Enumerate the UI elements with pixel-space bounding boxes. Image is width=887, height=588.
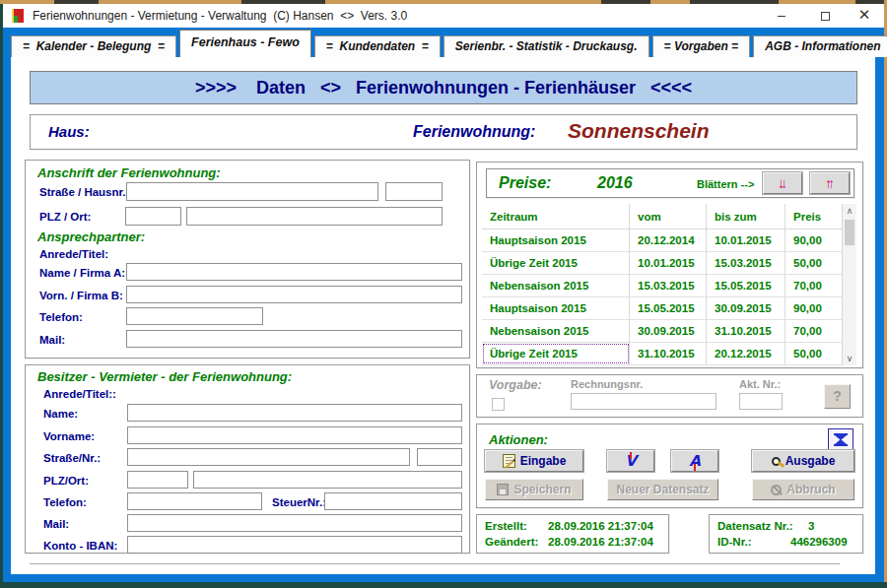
mail-input[interactable]: [126, 330, 462, 348]
arrow-up-icon: A: [689, 454, 701, 469]
app-icon: [12, 9, 24, 23]
besitzer-plz-ort-label: PLZ/Ort:: [43, 475, 89, 487]
ansprechpartner-title: Ansprechpartner:: [37, 229, 145, 244]
maximize-icon: [821, 12, 830, 21]
blaettern-up-button[interactable]: ↑↑: [810, 172, 850, 194]
scrollbar-thumb[interactable]: [845, 220, 854, 245]
main-content: >>>> Daten <> Ferienwohnungen - Ferienhä…: [11, 57, 875, 574]
price-cell[interactable]: Hauptsaison 2015: [482, 297, 630, 319]
besitzer-vorname-input[interactable]: [127, 426, 462, 444]
maximize-button[interactable]: [809, 4, 841, 28]
tab-kalender-belegung[interactable]: = Kalender - Belegung =: [11, 35, 176, 57]
window-frame: = Kalender - Belegung = Ferienhaus - Few…: [3, 28, 884, 582]
besitzer-telefon-input[interactable]: [127, 492, 262, 510]
price-cell[interactable]: 30.09.2015: [707, 297, 785, 319]
telefon-input[interactable]: [126, 307, 263, 325]
scrollbar-down-icon[interactable]: ∨: [843, 354, 856, 363]
eingabe-button[interactable]: Eingabe: [485, 450, 583, 472]
akt-nr-input[interactable]: [739, 393, 783, 410]
aktionen-panel: Aktionen: Eingabe V A Ausgabe: [476, 424, 863, 508]
besitzer-nr-input[interactable]: [417, 448, 462, 466]
abbruch-button[interactable]: Abbruch: [752, 479, 854, 500]
price-cell[interactable]: 30.09.2015: [630, 320, 707, 342]
price-cell[interactable]: 50,00: [785, 252, 841, 274]
price-cell[interactable]: 15.03.2015: [707, 252, 785, 274]
tab-ferienhaus-fewo[interactable]: Ferienhaus - Fewo: [179, 30, 311, 57]
ausgabe-button[interactable]: Ausgabe: [752, 450, 854, 472]
vorn-firma-b-input[interactable]: [126, 286, 462, 303]
name-firma-a-label: Name / Firma A:: [39, 267, 125, 279]
price-cell[interactable]: Hauptsaison 2015: [482, 229, 630, 251]
price-cell[interactable]: Übrige Zeit 2015: [482, 343, 630, 364]
besitzer-telefon-label: Telefon:: [43, 496, 87, 508]
bottom-divider: [30, 563, 840, 564]
price-table-row[interactable]: Hauptsaison 201515.05.201530.09.201590,0…: [482, 297, 856, 320]
titlebar: Ferienwohnungen - Vermietung - Verwaltun…: [3, 4, 884, 28]
scrollbar-up-icon[interactable]: ∧: [843, 206, 856, 216]
blaettern-down-button[interactable]: ↓↓: [763, 172, 802, 194]
price-table-scrollbar[interactable]: ∧ ∨: [842, 204, 856, 365]
app-window: Ferienwohnungen - Vermietung - Verwaltun…: [3, 4, 884, 582]
close-button[interactable]: ✕: [849, 4, 880, 28]
datensatz-nr-value: 3: [808, 520, 814, 532]
record-next-button[interactable]: V: [607, 450, 654, 472]
hourglass-button[interactable]: [828, 428, 853, 450]
neuer-datensatz-button[interactable]: Neuer Datensatz: [607, 479, 718, 500]
besitzer-mail-input[interactable]: [127, 514, 462, 532]
haus-box: Haus: Ferienwohnung: Sonnenschein: [30, 114, 857, 150]
help-button[interactable]: ?: [824, 384, 851, 409]
vorgabe-panel: Vorgabe: Rechnungsnr. Akt. Nr.: ?: [476, 374, 863, 418]
price-cell[interactable]: 31.10.2015: [630, 343, 707, 364]
anschrift-title: Anschrift der Ferienwohnung:: [37, 165, 221, 180]
ferienwohnung-label: Ferienwohnung:: [413, 123, 535, 141]
tab-vorgaben[interactable]: = Vorgaben =: [652, 35, 751, 57]
rechnungsnr-input[interactable]: [571, 393, 716, 410]
price-table-row[interactable]: Hauptsaison 201520.12.201410.01.201590,0…: [482, 229, 856, 252]
price-table-row[interactable]: Übrige Zeit 201510.01.201515.03.201550,0…: [482, 252, 856, 275]
geaendert-value: 28.09.2016 21:37:04: [548, 536, 653, 548]
price-cell[interactable]: 50,00: [785, 343, 841, 364]
price-cell[interactable]: Nebensaison 2015: [482, 320, 630, 342]
price-table-row[interactable]: Übrige Zeit 201531.10.201520.12.201550,0…: [482, 343, 856, 365]
price-cell[interactable]: 10.01.2015: [630, 252, 707, 274]
besitzer-name-input[interactable]: [127, 404, 462, 422]
besitzer-strasse-label: Straße/Nr.:: [43, 452, 101, 464]
besitzer-ort-input[interactable]: [193, 471, 462, 489]
price-table-row[interactable]: Nebensaison 201530.09.201531.10.201570,0…: [482, 320, 856, 343]
hausnr-input[interactable]: [385, 182, 443, 201]
besitzer-panel: Besitzer - Vermieter - der Ferienwohnung…: [25, 364, 470, 554]
strasse-input[interactable]: [126, 182, 378, 201]
price-table-row[interactable]: Nebensaison 201515.03.201515.05.201570,0…: [482, 275, 856, 297]
ort-input[interactable]: [186, 207, 443, 226]
price-cell[interactable]: 90,00: [785, 297, 841, 319]
price-cell[interactable]: Nebensaison 2015: [482, 275, 630, 296]
price-cell[interactable]: 31.10.2015: [707, 320, 785, 342]
steuernr-input[interactable]: [324, 492, 462, 510]
minimize-button[interactable]: –: [766, 4, 797, 28]
vorgabe-checkbox[interactable]: [492, 398, 505, 411]
besitzer-strasse-input[interactable]: [127, 448, 410, 466]
record-previous-button[interactable]: A: [671, 450, 718, 472]
price-cell[interactable]: 20.12.2015: [707, 343, 785, 364]
price-cell[interactable]: 15.05.2015: [707, 275, 785, 296]
price-cell[interactable]: 70,00: [785, 275, 841, 296]
vorgabe-title: Vorgabe:: [489, 378, 542, 392]
price-cell[interactable]: 10.01.2015: [707, 229, 785, 251]
price-cell[interactable]: 20.12.2014: [630, 229, 707, 251]
price-cell[interactable]: 15.03.2015: [630, 275, 707, 296]
cancel-circle-icon: [771, 485, 782, 495]
price-cell[interactable]: 70,00: [785, 320, 841, 342]
tab-agb-informationen[interactable]: AGB - Informationen: [753, 35, 887, 57]
telefon-label: Telefon:: [39, 311, 83, 323]
tab-serienbr-statistik[interactable]: Serienbr. - Statistik - Druckausg.: [444, 35, 649, 57]
tab-kundendaten[interactable]: = Kundendaten =: [314, 35, 441, 57]
record-info-box: Datensatz Nr.: 3 ID-Nr.: 446296309: [709, 514, 863, 554]
plz-input[interactable]: [125, 207, 181, 226]
price-cell[interactable]: 90,00: [785, 229, 841, 251]
price-cell[interactable]: 15.05.2015: [630, 297, 707, 319]
konto-iban-input[interactable]: [127, 536, 462, 554]
besitzer-plz-input[interactable]: [127, 471, 188, 489]
price-cell[interactable]: Übrige Zeit 2015: [482, 252, 630, 274]
speichern-button[interactable]: Speichern: [485, 479, 583, 500]
name-firma-a-input[interactable]: [126, 263, 462, 281]
